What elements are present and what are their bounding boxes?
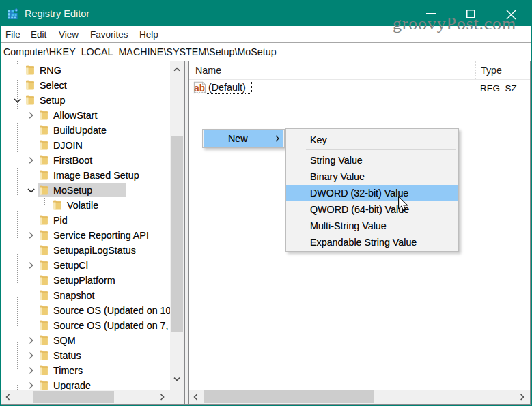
svg-text:ab: ab [194,82,205,93]
